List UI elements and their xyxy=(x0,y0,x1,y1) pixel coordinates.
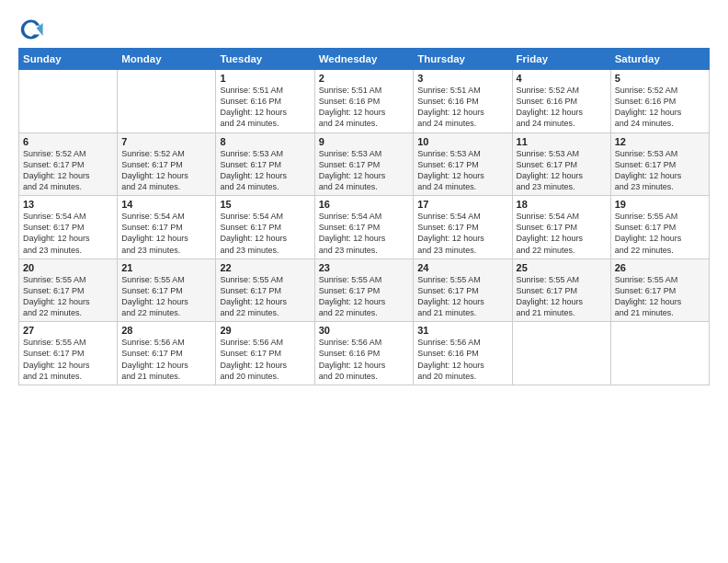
calendar-cell xyxy=(512,322,610,385)
day-info: Sunrise: 5:56 AM Sunset: 6:16 PM Dayligh… xyxy=(417,337,507,382)
calendar-cell: 18Sunrise: 5:54 AM Sunset: 6:17 PM Dayli… xyxy=(512,196,610,259)
calendar-cell: 5Sunrise: 5:52 AM Sunset: 6:16 PM Daylig… xyxy=(610,70,709,133)
day-info: Sunrise: 5:56 AM Sunset: 6:17 PM Dayligh… xyxy=(220,337,310,382)
day-number: 19 xyxy=(615,199,705,210)
logo xyxy=(18,17,48,42)
day-number: 26 xyxy=(615,262,705,273)
day-number: 1 xyxy=(220,73,310,84)
day-info: Sunrise: 5:55 AM Sunset: 6:17 PM Dayligh… xyxy=(23,337,113,382)
calendar-week-3: 13Sunrise: 5:54 AM Sunset: 6:17 PM Dayli… xyxy=(19,196,710,259)
day-number: 6 xyxy=(23,136,113,147)
day-number: 18 xyxy=(517,199,607,210)
day-info: Sunrise: 5:55 AM Sunset: 6:17 PM Dayligh… xyxy=(615,211,705,256)
weekday-header-wednesday: Wednesday xyxy=(314,49,414,70)
calendar-cell: 29Sunrise: 5:56 AM Sunset: 6:17 PM Dayli… xyxy=(216,322,314,385)
day-number: 10 xyxy=(417,136,507,147)
calendar-cell: 15Sunrise: 5:54 AM Sunset: 6:17 PM Dayli… xyxy=(216,196,314,259)
calendar-cell: 10Sunrise: 5:53 AM Sunset: 6:17 PM Dayli… xyxy=(414,132,512,196)
calendar-cell: 7Sunrise: 5:52 AM Sunset: 6:17 PM Daylig… xyxy=(118,132,216,196)
day-number: 7 xyxy=(121,136,211,147)
day-info: Sunrise: 5:53 AM Sunset: 6:17 PM Dayligh… xyxy=(319,148,410,193)
day-info: Sunrise: 5:56 AM Sunset: 6:17 PM Dayligh… xyxy=(121,337,211,382)
calendar-cell: 14Sunrise: 5:54 AM Sunset: 6:17 PM Dayli… xyxy=(118,196,216,259)
calendar-cell xyxy=(610,322,709,385)
day-number: 30 xyxy=(319,325,410,336)
weekday-header-friday: Friday xyxy=(512,49,610,70)
calendar-cell: 25Sunrise: 5:55 AM Sunset: 6:17 PM Dayli… xyxy=(512,259,610,322)
day-number: 22 xyxy=(220,262,310,273)
day-number: 12 xyxy=(615,136,705,147)
day-number: 25 xyxy=(517,262,607,273)
weekday-header-saturday: Saturday xyxy=(610,49,709,70)
calendar-week-4: 20Sunrise: 5:55 AM Sunset: 6:17 PM Dayli… xyxy=(19,259,710,322)
calendar-cell: 2Sunrise: 5:51 AM Sunset: 6:16 PM Daylig… xyxy=(314,70,414,133)
day-number: 13 xyxy=(23,199,113,210)
calendar-cell: 8Sunrise: 5:53 AM Sunset: 6:17 PM Daylig… xyxy=(216,132,314,196)
calendar-cell: 24Sunrise: 5:55 AM Sunset: 6:17 PM Dayli… xyxy=(414,259,512,322)
header xyxy=(18,17,710,42)
page: SundayMondayTuesdayWednesdayThursdayFrid… xyxy=(0,0,728,563)
calendar-cell: 12Sunrise: 5:53 AM Sunset: 6:17 PM Dayli… xyxy=(610,132,709,196)
calendar-cell: 3Sunrise: 5:51 AM Sunset: 6:16 PM Daylig… xyxy=(414,70,512,133)
day-number: 20 xyxy=(23,262,113,273)
logo-icon xyxy=(18,17,44,42)
day-info: Sunrise: 5:53 AM Sunset: 6:17 PM Dayligh… xyxy=(615,148,705,193)
day-info: Sunrise: 5:54 AM Sunset: 6:17 PM Dayligh… xyxy=(319,211,410,256)
day-number: 2 xyxy=(319,73,410,84)
calendar-cell: 17Sunrise: 5:54 AM Sunset: 6:17 PM Dayli… xyxy=(414,196,512,259)
calendar-cell: 20Sunrise: 5:55 AM Sunset: 6:17 PM Dayli… xyxy=(19,259,118,322)
day-number: 28 xyxy=(121,325,211,336)
day-info: Sunrise: 5:55 AM Sunset: 6:17 PM Dayligh… xyxy=(417,274,507,319)
calendar-week-2: 6Sunrise: 5:52 AM Sunset: 6:17 PM Daylig… xyxy=(19,132,710,196)
calendar-cell: 23Sunrise: 5:55 AM Sunset: 6:17 PM Dayli… xyxy=(314,259,414,322)
day-info: Sunrise: 5:54 AM Sunset: 6:17 PM Dayligh… xyxy=(417,211,507,256)
calendar-cell: 11Sunrise: 5:53 AM Sunset: 6:17 PM Dayli… xyxy=(512,132,610,196)
calendar-cell: 4Sunrise: 5:52 AM Sunset: 6:16 PM Daylig… xyxy=(512,70,610,133)
calendar-cell xyxy=(118,70,216,133)
calendar-cell: 22Sunrise: 5:55 AM Sunset: 6:17 PM Dayli… xyxy=(216,259,314,322)
day-info: Sunrise: 5:51 AM Sunset: 6:16 PM Dayligh… xyxy=(220,85,310,130)
day-info: Sunrise: 5:52 AM Sunset: 6:17 PM Dayligh… xyxy=(121,148,211,193)
calendar-cell xyxy=(19,70,118,133)
day-info: Sunrise: 5:53 AM Sunset: 6:17 PM Dayligh… xyxy=(220,148,310,193)
day-number: 8 xyxy=(220,136,310,147)
day-number: 24 xyxy=(417,262,507,273)
day-info: Sunrise: 5:53 AM Sunset: 6:17 PM Dayligh… xyxy=(417,148,507,193)
calendar-week-5: 27Sunrise: 5:55 AM Sunset: 6:17 PM Dayli… xyxy=(19,322,710,385)
day-info: Sunrise: 5:55 AM Sunset: 6:17 PM Dayligh… xyxy=(23,274,113,319)
day-number: 5 xyxy=(615,73,705,84)
day-info: Sunrise: 5:54 AM Sunset: 6:17 PM Dayligh… xyxy=(23,211,113,256)
calendar-cell: 21Sunrise: 5:55 AM Sunset: 6:17 PM Dayli… xyxy=(118,259,216,322)
day-number: 9 xyxy=(319,136,410,147)
day-info: Sunrise: 5:55 AM Sunset: 6:17 PM Dayligh… xyxy=(319,274,410,319)
calendar: SundayMondayTuesdayWednesdayThursdayFrid… xyxy=(18,48,710,385)
day-info: Sunrise: 5:55 AM Sunset: 6:17 PM Dayligh… xyxy=(121,274,211,319)
day-info: Sunrise: 5:52 AM Sunset: 6:16 PM Dayligh… xyxy=(615,85,705,130)
day-number: 29 xyxy=(220,325,310,336)
calendar-cell: 31Sunrise: 5:56 AM Sunset: 6:16 PM Dayli… xyxy=(414,322,512,385)
day-info: Sunrise: 5:53 AM Sunset: 6:17 PM Dayligh… xyxy=(517,148,607,193)
weekday-header-row: SundayMondayTuesdayWednesdayThursdayFrid… xyxy=(19,49,710,70)
day-info: Sunrise: 5:55 AM Sunset: 6:17 PM Dayligh… xyxy=(615,274,705,319)
day-info: Sunrise: 5:54 AM Sunset: 6:17 PM Dayligh… xyxy=(517,211,607,256)
day-number: 21 xyxy=(121,262,211,273)
calendar-cell: 26Sunrise: 5:55 AM Sunset: 6:17 PM Dayli… xyxy=(610,259,709,322)
day-info: Sunrise: 5:56 AM Sunset: 6:16 PM Dayligh… xyxy=(319,337,410,382)
calendar-cell: 30Sunrise: 5:56 AM Sunset: 6:16 PM Dayli… xyxy=(314,322,414,385)
day-number: 3 xyxy=(417,73,507,84)
calendar-week-1: 1Sunrise: 5:51 AM Sunset: 6:16 PM Daylig… xyxy=(19,70,710,133)
calendar-cell: 16Sunrise: 5:54 AM Sunset: 6:17 PM Dayli… xyxy=(314,196,414,259)
calendar-cell: 13Sunrise: 5:54 AM Sunset: 6:17 PM Dayli… xyxy=(19,196,118,259)
day-number: 17 xyxy=(417,199,507,210)
calendar-cell: 27Sunrise: 5:55 AM Sunset: 6:17 PM Dayli… xyxy=(19,322,118,385)
day-info: Sunrise: 5:51 AM Sunset: 6:16 PM Dayligh… xyxy=(319,85,410,130)
day-number: 14 xyxy=(121,199,211,210)
day-info: Sunrise: 5:55 AM Sunset: 6:17 PM Dayligh… xyxy=(517,274,607,319)
calendar-cell: 1Sunrise: 5:51 AM Sunset: 6:16 PM Daylig… xyxy=(216,70,314,133)
day-number: 23 xyxy=(319,262,410,273)
calendar-cell: 28Sunrise: 5:56 AM Sunset: 6:17 PM Dayli… xyxy=(118,322,216,385)
calendar-cell: 9Sunrise: 5:53 AM Sunset: 6:17 PM Daylig… xyxy=(314,132,414,196)
calendar-cell: 6Sunrise: 5:52 AM Sunset: 6:17 PM Daylig… xyxy=(19,132,118,196)
weekday-header-thursday: Thursday xyxy=(414,49,512,70)
day-number: 16 xyxy=(319,199,410,210)
